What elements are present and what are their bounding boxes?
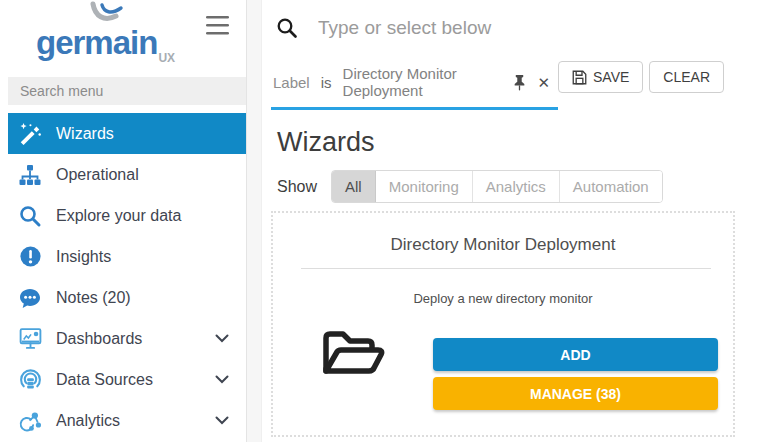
chevron-down-icon	[215, 375, 229, 384]
save-button[interactable]: SAVE	[558, 61, 643, 93]
show-label: Show	[277, 178, 317, 196]
tab-all[interactable]: All	[332, 171, 376, 202]
pin-icon[interactable]	[513, 74, 526, 91]
sidebar-item-insights[interactable]: Insights	[8, 236, 246, 277]
database-signal-icon	[17, 367, 43, 393]
wizard-card: Directory Monitor Deployment Deploy a ne…	[271, 211, 735, 437]
wizard-card-title: Directory Monitor Deployment	[273, 235, 733, 255]
tab-automation[interactable]: Automation	[560, 171, 662, 202]
card-divider	[301, 268, 711, 269]
menu-toggle-icon[interactable]	[206, 16, 229, 39]
main-search-input[interactable]	[298, 17, 761, 39]
chevron-down-icon	[215, 416, 229, 425]
sidebar-item-label: Wizards	[56, 125, 114, 143]
folder-open-icon	[273, 318, 433, 410]
remove-filter-icon[interactable]: ✕	[537, 75, 550, 90]
alert-circle-icon	[17, 244, 43, 270]
sidebar-item-label: Explore your data	[56, 207, 181, 225]
sidebar-item-data-sources[interactable]: Data Sources	[8, 359, 246, 400]
search-icon	[276, 17, 298, 39]
filter-chip[interactable]: Label is Directory Monitor Deployment ✕	[271, 61, 558, 110]
filter-actions: SAVE CLEAR	[558, 61, 724, 93]
filter-value: Directory Monitor Deployment	[343, 65, 503, 99]
show-filter-row: Show All Monitoring Analytics Automation	[277, 170, 761, 203]
sidebar: germainUX	[0, 0, 247, 442]
vertical-scrollbar[interactable]	[247, 0, 262, 442]
app-window: germainUX	[0, 0, 761, 442]
sidebar-item-label: Notes (20)	[56, 289, 131, 307]
germain-logo: germainUX	[36, 24, 175, 62]
sidebar-header: germainUX	[0, 0, 246, 77]
card-actions: ADD MANAGE (38)	[433, 318, 718, 410]
chevron-down-icon	[215, 334, 229, 343]
clear-button[interactable]: CLEAR	[649, 61, 724, 93]
filter-row: Label is Directory Monitor Deployment ✕	[262, 56, 761, 110]
save-icon	[572, 70, 587, 85]
tab-analytics[interactable]: Analytics	[473, 171, 560, 202]
brand-name: germain	[36, 24, 157, 61]
brand-sub: UX	[158, 51, 175, 65]
sidebar-item-label: Insights	[56, 248, 111, 266]
add-button[interactable]: ADD	[433, 338, 718, 371]
sidebar-search-input[interactable]	[8, 77, 246, 105]
sidebar-item-operational[interactable]: Operational	[8, 154, 246, 195]
clear-button-label: CLEAR	[663, 69, 710, 85]
node-graph-icon	[17, 408, 43, 434]
sidebar-item-explore[interactable]: Explore your data	[8, 195, 246, 236]
sidebar-item-label: Data Sources	[56, 371, 153, 389]
dashboard-monitor-icon	[17, 326, 43, 352]
magic-wand-icon	[17, 121, 43, 147]
sidebar-item-label: Analytics	[56, 412, 120, 430]
tab-monitoring[interactable]: Monitoring	[376, 171, 473, 202]
sidebar-search	[8, 77, 246, 105]
filter-field: Label	[273, 74, 310, 91]
category-tab-group: All Monitoring Analytics Automation	[331, 170, 663, 203]
search-icon	[17, 203, 43, 229]
sidebar-item-analytics[interactable]: Analytics	[8, 400, 246, 441]
main-content: Label is Directory Monitor Deployment ✕	[262, 0, 761, 442]
save-button-label: SAVE	[593, 69, 629, 85]
sidebar-nav: Wizards Operational	[0, 113, 246, 441]
sitemap-icon	[17, 162, 43, 188]
sidebar-item-label: Operational	[56, 166, 139, 184]
main-search-bar	[262, 0, 761, 56]
sidebar-item-notes[interactable]: Notes (20)	[8, 277, 246, 318]
page-title: Wizards	[277, 126, 761, 158]
filter-operator: is	[321, 74, 332, 91]
sidebar-item-label: Dashboards	[56, 330, 142, 348]
wizard-card-description: Deploy a new directory monitor	[273, 291, 733, 306]
chat-bubble-icon	[17, 285, 43, 311]
wizard-card-body: ADD MANAGE (38)	[273, 318, 733, 410]
sidebar-item-dashboards[interactable]: Dashboards	[8, 318, 246, 359]
manage-button[interactable]: MANAGE (38)	[433, 377, 718, 410]
sidebar-item-wizards[interactable]: Wizards	[8, 113, 246, 154]
